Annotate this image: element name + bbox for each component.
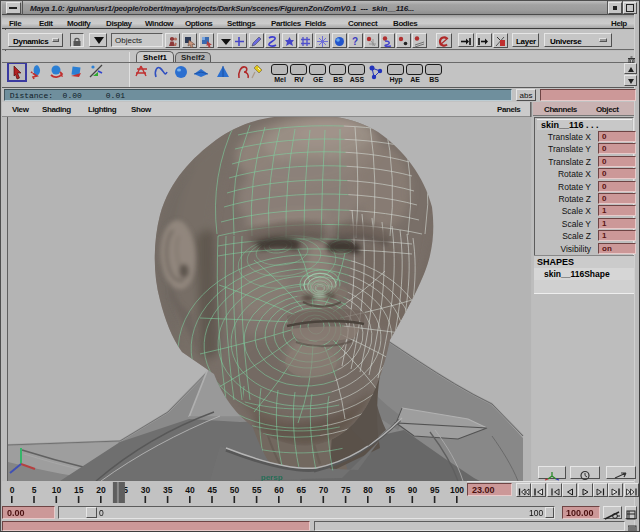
svg-text:75: 75 [341, 485, 351, 495]
svg-text:100: 100 [450, 485, 464, 495]
svg-text:35: 35 [163, 485, 173, 495]
svg-text:30: 30 [141, 485, 151, 495]
svg-text:85: 85 [385, 485, 395, 495]
svg-text:70: 70 [319, 485, 329, 495]
svg-text:60: 60 [274, 485, 284, 495]
svg-text:45: 45 [207, 485, 217, 495]
svg-text:80: 80 [363, 485, 373, 495]
svg-text:15: 15 [74, 485, 84, 495]
svg-text:50: 50 [230, 485, 240, 495]
svg-text:20: 20 [96, 485, 106, 495]
svg-text:10: 10 [52, 485, 62, 495]
svg-text:90: 90 [408, 485, 418, 495]
svg-text:95: 95 [430, 485, 440, 495]
svg-text:0: 0 [10, 485, 15, 495]
svg-text:55: 55 [252, 485, 262, 495]
svg-text:persp: persp [261, 473, 283, 481]
svg-text:65: 65 [296, 485, 306, 495]
svg-text:?: ? [352, 36, 358, 47]
svg-text:5: 5 [32, 485, 37, 495]
svg-text:40: 40 [185, 485, 195, 495]
